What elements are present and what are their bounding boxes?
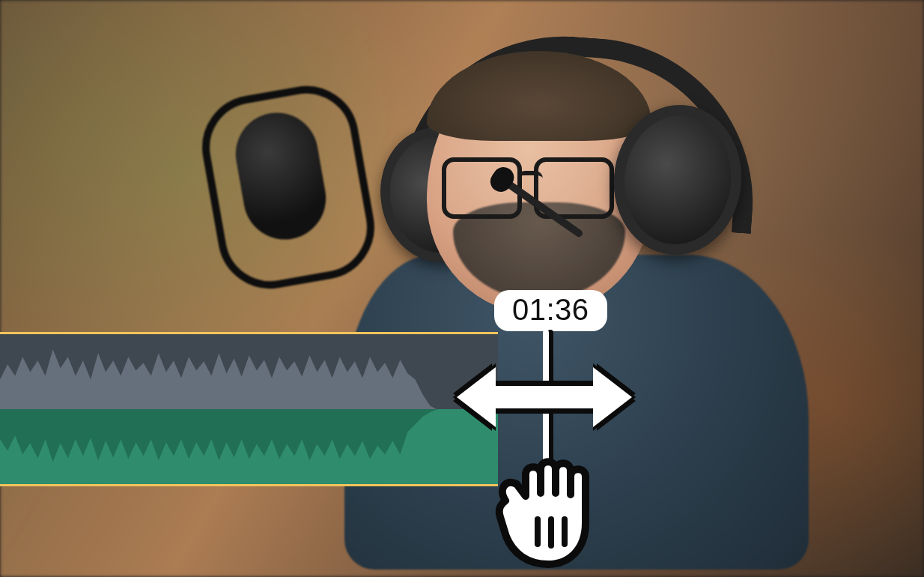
playhead-timestamp: 01:36 <box>494 290 607 331</box>
svg-marker-0 <box>0 349 453 409</box>
drag-horizontal-arrow-icon <box>457 367 632 427</box>
waveform-upper <box>0 334 498 409</box>
screenshot-stage: 01:36 <box>0 0 924 577</box>
svg-marker-1 <box>0 409 453 462</box>
audio-track[interactable] <box>0 332 498 486</box>
waveform-lower <box>0 409 498 484</box>
grab-cursor-icon <box>479 448 621 576</box>
